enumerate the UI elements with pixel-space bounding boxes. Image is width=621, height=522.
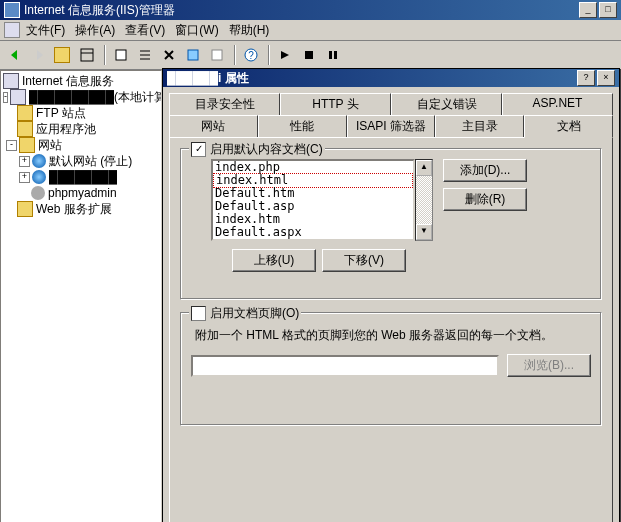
dialog-title-suffix: 属性 bbox=[225, 71, 249, 85]
svg-rect-7 bbox=[305, 51, 313, 59]
tab-homedir[interactable]: 主目录 bbox=[435, 115, 524, 137]
svg-rect-2 bbox=[116, 50, 126, 60]
tab-custom-errors[interactable]: 自定义错误 bbox=[391, 93, 502, 115]
tab-isapi[interactable]: ISAPI 筛选器 bbox=[347, 115, 436, 137]
list-item[interactable]: Default.aspx bbox=[213, 226, 413, 239]
enable-default-docs-label: 启用默认内容文档(C) bbox=[210, 141, 323, 158]
play-button[interactable] bbox=[274, 44, 296, 66]
tree-apppool[interactable]: 应用程序池 bbox=[3, 121, 159, 137]
tab-panel: ✓ 启用默认内容文档(C) index.php index.html Defau… bbox=[169, 137, 613, 522]
dialog-help-button[interactable]: ? bbox=[577, 70, 595, 86]
tree-panel[interactable]: Internet 信息服务 -██████████(本地计算...) FTP 站… bbox=[0, 70, 162, 522]
mmc-icon bbox=[4, 22, 20, 38]
menu-view[interactable]: 查看(V) bbox=[125, 22, 165, 39]
doc-footer-group: 启用文档页脚(O) 附加一个 HTML 格式的页脚到您的 Web 服务器返回的每… bbox=[180, 312, 602, 426]
back-button[interactable] bbox=[4, 44, 26, 66]
moveup-button[interactable]: 上移(U) bbox=[232, 249, 316, 272]
scroll-down-icon[interactable]: ▼ bbox=[416, 224, 432, 240]
tab-performance[interactable]: 性能 bbox=[258, 115, 347, 137]
maximize-button[interactable]: □ bbox=[599, 2, 617, 18]
add-button[interactable]: 添加(D)... bbox=[443, 159, 527, 182]
tab-aspnet[interactable]: ASP.NET bbox=[502, 93, 613, 115]
up-button[interactable] bbox=[52, 44, 74, 66]
main-titlebar: Internet 信息服务(IIS)管理器 _ □ bbox=[0, 0, 621, 20]
tab-documents[interactable]: 文档 bbox=[524, 115, 613, 138]
help-button[interactable]: ? bbox=[240, 44, 262, 66]
tree-defaultsite[interactable]: +默认网站 (停止) bbox=[3, 153, 159, 169]
enable-footer-checkbox[interactable] bbox=[191, 306, 206, 321]
dialog-titlebar[interactable]: ██████i 属性 ? × bbox=[163, 69, 619, 87]
tree-computer[interactable]: -██████████(本地计算...) bbox=[3, 89, 159, 105]
menu-action[interactable]: 操作(A) bbox=[75, 22, 115, 39]
tree-webext[interactable]: Web 服务扩展 bbox=[3, 201, 159, 217]
minimize-button[interactable]: _ bbox=[579, 2, 597, 18]
svg-rect-4 bbox=[212, 50, 222, 60]
browse-button: 浏览(B)... bbox=[507, 354, 591, 377]
scroll-up-icon[interactable]: ▲ bbox=[416, 160, 432, 176]
menu-help[interactable]: 帮助(H) bbox=[229, 22, 270, 39]
properties-dialog: ██████i 属性 ? × 目录安全性 HTTP 头 自定义错误 ASP.NE… bbox=[162, 68, 620, 522]
app-icon bbox=[4, 2, 20, 18]
svg-rect-8 bbox=[329, 51, 332, 59]
tree-button[interactable] bbox=[76, 44, 98, 66]
window-title: Internet 信息服务(IIS)管理器 bbox=[24, 0, 577, 20]
forward-button bbox=[28, 44, 50, 66]
svg-rect-9 bbox=[334, 51, 337, 59]
default-docs-list[interactable]: index.php index.html Default.htm Default… bbox=[211, 159, 415, 241]
tab-website[interactable]: 网站 bbox=[169, 115, 258, 137]
tab-dir-security[interactable]: 目录安全性 bbox=[169, 93, 280, 115]
pause-button[interactable] bbox=[322, 44, 344, 66]
enable-default-docs-checkbox[interactable]: ✓ bbox=[191, 142, 206, 157]
dialog-close-button[interactable]: × bbox=[597, 70, 615, 86]
menubar: 文件(F) 操作(A) 查看(V) 窗口(W) 帮助(H) bbox=[0, 20, 621, 41]
tab-http-headers[interactable]: HTTP 头 bbox=[280, 93, 391, 115]
tree-phpmyadmin[interactable]: phpmyadmin bbox=[3, 185, 159, 201]
tree-ftp[interactable]: FTP 站点 bbox=[3, 105, 159, 121]
footer-path-field[interactable] bbox=[191, 355, 499, 377]
menu-file[interactable]: 文件(F) bbox=[26, 22, 65, 39]
list-scrollbar[interactable]: ▲ ▼ bbox=[415, 159, 433, 241]
default-docs-group: ✓ 启用默认内容文档(C) index.php index.html Defau… bbox=[180, 148, 602, 300]
enable-footer-label: 启用文档页脚(O) bbox=[210, 305, 299, 322]
export-button[interactable] bbox=[206, 44, 228, 66]
delete-button[interactable] bbox=[158, 44, 180, 66]
remove-button[interactable]: 删除(R) bbox=[443, 188, 527, 211]
menu-window[interactable]: 窗口(W) bbox=[175, 22, 218, 39]
tree-site2[interactable]: +████████ bbox=[3, 169, 159, 185]
refresh-button[interactable] bbox=[182, 44, 204, 66]
tree-root[interactable]: Internet 信息服务 bbox=[3, 73, 159, 89]
dialog-title-obj: ██████i bbox=[167, 71, 221, 85]
svg-rect-0 bbox=[81, 49, 93, 61]
toolbar: ? bbox=[0, 41, 621, 70]
stop-button[interactable] bbox=[298, 44, 320, 66]
movedown-button[interactable]: 下移(V) bbox=[322, 249, 406, 272]
props-button[interactable] bbox=[110, 44, 132, 66]
tree-websites[interactable]: -网站 bbox=[3, 137, 159, 153]
svg-rect-3 bbox=[188, 50, 198, 60]
footer-desc: 附加一个 HTML 格式的页脚到您的 Web 服务器返回的每一个文档。 bbox=[195, 327, 587, 344]
svg-text:?: ? bbox=[248, 50, 254, 61]
list-button[interactable] bbox=[134, 44, 156, 66]
